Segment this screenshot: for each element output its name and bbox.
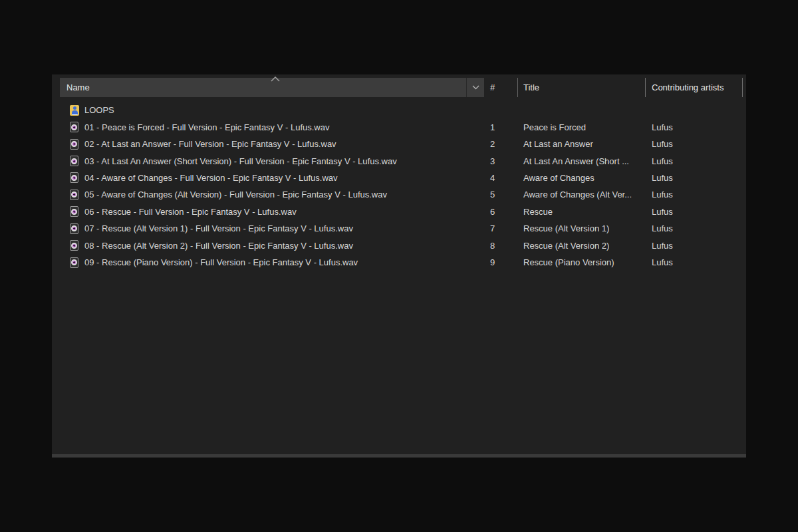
track-number: 2	[490, 139, 523, 149]
audio-file-icon	[70, 122, 78, 132]
file-name: 09 - Rescue (Piano Version) - Full Versi…	[84, 257, 490, 267]
track-title: At Last An Answer (Short ...	[523, 156, 652, 166]
cell-icon	[70, 223, 84, 234]
column-header-name-label: Name	[60, 82, 90, 92]
cell-icon	[70, 105, 84, 116]
track-title: At Last an Answer	[523, 139, 652, 149]
track-artist: Lufus	[652, 139, 746, 149]
cell-icon	[70, 156, 84, 166]
horizontal-scrollbar[interactable]	[52, 454, 746, 458]
list-item[interactable]: 07 - Rescue (Alt Version 1) - Full Versi…	[52, 220, 746, 237]
sort-ascending-icon	[270, 76, 281, 82]
audio-file-icon	[70, 257, 78, 268]
audio-file-icon	[70, 139, 78, 150]
track-artist: Lufus	[652, 190, 746, 200]
track-number: 4	[490, 173, 523, 183]
file-name: 06 - Rescue - Full Version - Epic Fantas…	[84, 207, 490, 217]
file-name: 04 - Aware of Changes - Full Version - E…	[84, 173, 490, 183]
column-header-title[interactable]: Title	[517, 78, 645, 97]
chevron-down-icon	[472, 85, 479, 90]
cell-icon	[70, 257, 84, 268]
name-filter-dropdown-button[interactable]	[467, 78, 484, 97]
list-item[interactable]: 02 - At Last an Answer - Full Version - …	[52, 136, 746, 152]
column-header-row: Name # Title Contributing artists	[60, 78, 743, 97]
file-list-window: Name # Title Contributing artists LOOPS	[52, 74, 746, 458]
column-header-number[interactable]: #	[484, 78, 517, 97]
track-title: Rescue (Alt Version 1)	[523, 223, 652, 233]
audio-file-icon	[70, 206, 78, 217]
column-header-number-label: #	[490, 82, 495, 92]
file-name: 07 - Rescue (Alt Version 1) - Full Versi…	[84, 223, 490, 233]
list-item[interactable]: 09 - Rescue (Piano Version) - Full Versi…	[52, 254, 746, 271]
file-name: 01 - Peace is Forced - Full Version - Ep…	[84, 122, 490, 132]
cell-icon	[70, 206, 84, 217]
audio-file-icon	[70, 223, 78, 234]
file-name: 05 - Aware of Changes (Alt Version) - Fu…	[84, 190, 490, 200]
list-item[interactable]: 01 - Peace is Forced - Full Version - Ep…	[52, 118, 746, 135]
column-header-artists[interactable]: Contributing artists	[645, 78, 743, 97]
track-number: 5	[490, 190, 523, 200]
audio-file-icon	[70, 156, 78, 166]
list-item[interactable]: 05 - Aware of Changes (Alt Version) - Fu…	[52, 186, 746, 203]
track-number: 6	[490, 207, 523, 217]
file-name: 08 - Rescue (Alt Version 2) - Full Versi…	[84, 241, 490, 251]
track-title: Rescue (Piano Version)	[523, 257, 652, 267]
cell-icon	[70, 172, 84, 183]
contact-folder-icon	[70, 105, 79, 116]
audio-file-icon	[70, 190, 78, 200]
track-title: Aware of Changes (Alt Ver...	[523, 190, 652, 200]
track-title: Peace is Forced	[523, 122, 652, 132]
file-name: 03 - At Last An Answer (Short Version) -…	[84, 156, 490, 166]
cell-icon	[70, 190, 84, 200]
track-title: Rescue	[523, 207, 652, 217]
track-number: 3	[490, 156, 523, 166]
track-number: 7	[490, 223, 523, 233]
audio-file-icon	[70, 240, 78, 251]
audio-file-icon	[70, 172, 78, 183]
track-title: Rescue (Alt Version 2)	[523, 241, 652, 251]
list-item[interactable]: 08 - Rescue (Alt Version 2) - Full Versi…	[52, 237, 746, 254]
column-header-title-label: Title	[523, 82, 539, 92]
track-artist: Lufus	[652, 241, 746, 251]
file-list: LOOPS 01 - Peace is Forced - Full Versio…	[52, 102, 746, 271]
track-artist: Lufus	[652, 156, 746, 166]
track-artist: Lufus	[652, 122, 746, 132]
folder-name: LOOPS	[84, 105, 490, 115]
list-item-folder[interactable]: LOOPS	[52, 102, 746, 118]
list-item[interactable]: 04 - Aware of Changes - Full Version - E…	[52, 170, 746, 186]
track-artist: Lufus	[652, 223, 746, 233]
track-number: 9	[490, 257, 523, 267]
track-artist: Lufus	[652, 207, 746, 217]
list-item[interactable]: 03 - At Last An Answer (Short Version) -…	[52, 152, 746, 169]
track-number: 1	[490, 122, 523, 132]
track-artist: Lufus	[652, 257, 746, 267]
file-name: 02 - At Last an Answer - Full Version - …	[84, 139, 490, 149]
track-artist: Lufus	[652, 173, 746, 183]
track-title: Aware of Changes	[523, 173, 652, 183]
cell-icon	[70, 139, 84, 150]
cell-icon	[70, 240, 84, 251]
list-item[interactable]: 06 - Rescue - Full Version - Epic Fantas…	[52, 203, 746, 220]
track-number: 8	[490, 241, 523, 251]
cell-icon	[70, 122, 84, 132]
column-header-artists-label: Contributing artists	[652, 82, 724, 92]
